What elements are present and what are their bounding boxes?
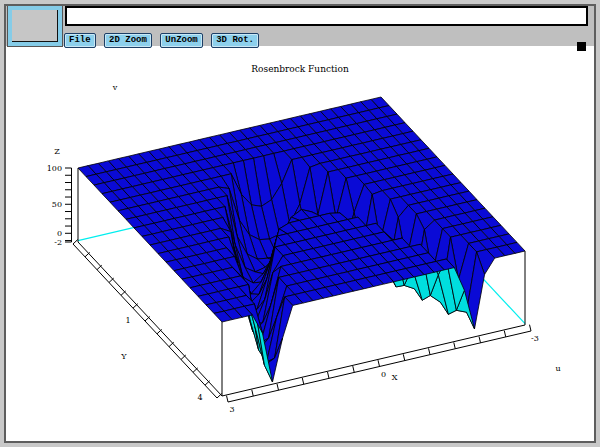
status-input[interactable]: [65, 6, 588, 26]
surface-plot: -2050100Z30-3X14Yuv: [6, 46, 594, 437]
svg-text:1: 1: [125, 316, 130, 325]
svg-text:0: 0: [57, 229, 62, 238]
svg-text:50: 50: [52, 200, 62, 209]
app-window: File 2D Zoom UnZoom 3D Rot. Rosenbrock F…: [0, 0, 600, 447]
toolbar: File 2D Zoom UnZoom 3D Rot.: [6, 6, 594, 46]
window-icon-button[interactable]: [8, 6, 62, 46]
svg-text:v: v: [112, 83, 118, 92]
svg-text:0: 0: [381, 370, 386, 379]
svg-text:Z: Z: [54, 147, 60, 156]
svg-text:100: 100: [47, 164, 62, 173]
toolbar-buttons: File 2D Zoom UnZoom 3D Rot.: [64, 28, 263, 44]
svg-text:X: X: [392, 373, 398, 382]
svg-text:4: 4: [197, 393, 202, 402]
svg-text:u: u: [555, 364, 560, 373]
svg-text:Y: Y: [120, 352, 127, 361]
window-content: File 2D Zoom UnZoom 3D Rot. Rosenbrock F…: [4, 4, 596, 443]
svg-text:-3: -3: [531, 334, 539, 343]
svg-text:-2: -2: [54, 238, 62, 247]
svg-text:3: 3: [229, 405, 234, 414]
